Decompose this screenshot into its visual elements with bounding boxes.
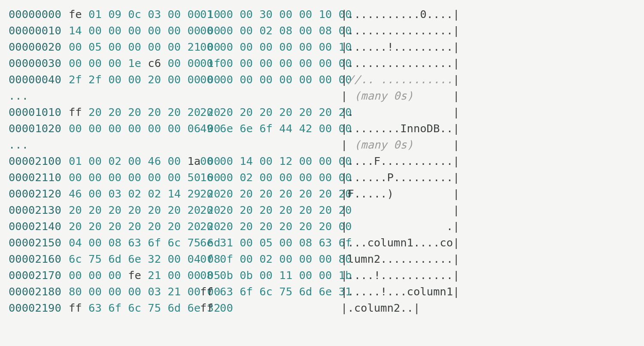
hex-ascii: |......!.........| (341, 39, 459, 55)
hex-row: 0000003000 00 00 1e c6 00 00 1f00 00 00 … (9, 55, 635, 71)
hex-byte: 20 (187, 220, 200, 233)
hex-byte: 20 (200, 203, 213, 216)
hex-byte: 14 (69, 24, 82, 37)
hex-byte: 00 (200, 155, 213, 167)
hex-byte: 00 (128, 122, 141, 135)
hex-byte: 00 (148, 122, 161, 135)
hex-byte: 02 (108, 155, 122, 167)
hex-byte: 14 (167, 187, 181, 200)
hex-byte: 00 (148, 40, 161, 53)
hex-byte: 20 (167, 106, 181, 118)
hex-byte: c6 (148, 57, 161, 70)
hex-byte: 31 (220, 236, 233, 249)
hex-byte: 00 (220, 57, 233, 70)
hex-bytes: 6c 75 6d 6e 32 00 04 080f 0f 00 02 00 00… (69, 251, 320, 267)
hex-byte: 30 (259, 8, 273, 21)
hex-byte: 00 (69, 40, 82, 53)
hex-byte: 20 (240, 106, 253, 118)
hex-byte: 00 (167, 171, 181, 184)
hex-byte: 20 (240, 203, 253, 216)
hex-byte: 00 (299, 73, 312, 86)
hex-bytes: 00 05 00 00 00 00 21 0000 00 00 00 00 00… (69, 39, 320, 55)
hex-ascii: | (many 0s) | (341, 88, 459, 104)
hex-byte: 6e (319, 285, 332, 298)
hex-byte: 00 (240, 252, 253, 265)
hex-byte: 00 (128, 24, 141, 37)
hex-bytes: 14 00 00 00 00 00 00 0000 00 00 02 08 00… (69, 22, 320, 39)
hex-byte: 21 (167, 285, 181, 298)
hex-byte: 6f (259, 122, 273, 135)
hex-offset: 00000010 (9, 22, 69, 39)
hex-byte: 21 (187, 40, 200, 53)
hex-byte: 00 (299, 24, 312, 37)
hex-offset: 00002100 (9, 153, 69, 169)
hex-byte: 00 (220, 171, 233, 184)
hex-row: 0000212046 00 03 02 02 14 29 2020 20 20 … (9, 185, 635, 202)
hex-byte: fe (69, 8, 82, 21)
hex-byte: 1a (187, 155, 200, 167)
hex-byte: 03 (108, 187, 122, 200)
hex-byte: 00 (167, 57, 181, 70)
hex-row: 0000002000 05 00 00 00 00 21 0000 00 00 … (9, 39, 635, 55)
hex-byte: 00 (220, 73, 233, 86)
hex-byte: 05 (259, 236, 273, 249)
hex-offset: 00002180 (9, 283, 69, 300)
hex-ascii: |.....!...column1| (341, 283, 459, 300)
hex-offset: 00000030 (9, 55, 69, 71)
hex-byte: 00 (108, 40, 122, 53)
hex-row: 0000001014 00 00 00 00 00 00 0000 00 00 … (9, 22, 635, 39)
hex-byte: 42 (299, 122, 312, 135)
hex-offset: 00000020 (9, 39, 69, 55)
hex-byte: 0b (220, 269, 233, 282)
hex-byte: 00 (220, 24, 233, 37)
hex-offset: 00002140 (9, 218, 69, 234)
hex-byte: 00 (128, 285, 141, 298)
hex-byte: 08 (108, 236, 122, 249)
hex-ascii: |F.....) | (341, 185, 459, 202)
hex-bytes: ff 20 20 20 20 20 20 2020 20 20 20 20 20… (69, 104, 320, 120)
hex-row: 0000211000 00 00 00 00 00 50 0016 00 02 … (9, 169, 635, 185)
hex-byte: 00 (88, 269, 102, 282)
hex-byte: 20 (187, 106, 200, 118)
hex-offset: 00002130 (9, 202, 69, 218)
hex-byte: 00 (220, 40, 233, 53)
hex-byte: 32 (148, 252, 161, 265)
hex-byte: 00 (167, 155, 181, 167)
hex-byte: 20 (88, 106, 102, 118)
hex-byte: 20 (200, 220, 213, 233)
hex-bytes: 00 00 00 00 00 00 50 0016 00 02 00 00 00… (69, 169, 320, 185)
hex-byte: 20 (69, 203, 82, 216)
hex-byte: 00 (88, 122, 102, 135)
hex-byte: 00 (299, 155, 312, 167)
hex-byte: ff (200, 301, 213, 314)
hex-byte: 00 (128, 40, 141, 53)
hex-byte: 20 (108, 203, 122, 216)
hex-byte: 00 (319, 269, 332, 282)
hex-ascii: | .| (341, 218, 459, 234)
hex-byte: 00 (88, 155, 102, 167)
hex-byte: 20 (128, 203, 141, 216)
hex-byte: 00 (148, 171, 161, 184)
hex-byte: 20 (220, 106, 233, 118)
hex-ascii: | (many 0s) | (341, 137, 459, 153)
hex-byte: 00 (240, 24, 253, 37)
hex-byte: 20 (259, 203, 273, 216)
hex-byte: 00 (88, 24, 102, 37)
hex-byte: 20 (240, 187, 253, 200)
hex-ascii: |....!...........| (341, 267, 459, 283)
hex-byte: 10 (319, 8, 332, 21)
hex-byte: 20 (299, 187, 312, 200)
hex-byte: 6c (69, 252, 82, 265)
hex-row: 0000218080 00 00 00 03 21 00 00ff 63 6f … (9, 283, 635, 300)
hex-byte: 20 (167, 203, 181, 216)
hex-byte: 08 (279, 24, 292, 37)
hex-bytes: 20 20 20 20 20 20 20 2020 20 20 20 20 20… (69, 202, 320, 218)
hex-byte: 00 (240, 40, 253, 53)
hex-byte: 00 (240, 57, 253, 70)
hex-byte: 00 (279, 57, 292, 70)
hex-byte: 75 (187, 236, 200, 249)
hex-byte: 00 (259, 57, 273, 70)
hex-byte: 6d (167, 301, 181, 314)
hex-byte: 6f (148, 236, 161, 249)
hex-byte: 00 (259, 269, 273, 282)
